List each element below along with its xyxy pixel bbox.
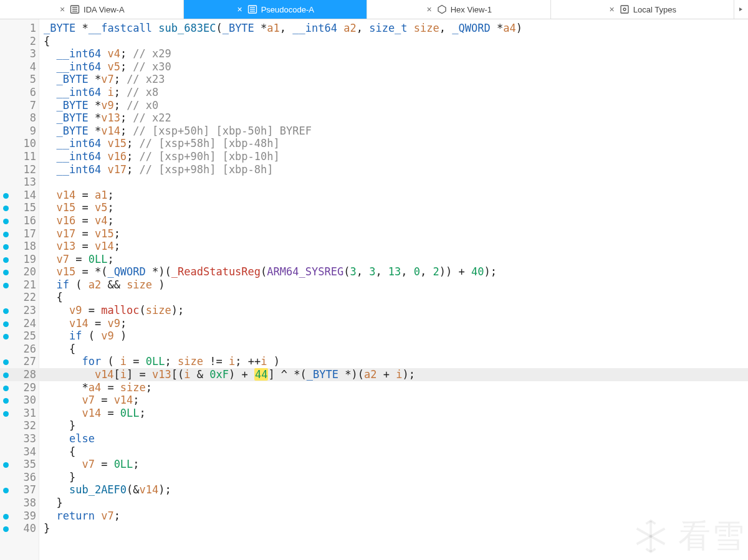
tab-hex-view-1[interactable]: ×Hex View-1: [367, 0, 551, 19]
tab-pseudocode-a[interactable]: ×Pseudocode-A: [184, 0, 368, 19]
code-line[interactable]: 21 if ( a2 && size ): [0, 278, 748, 292]
code-text[interactable]: __int64 v5; // x30: [40, 60, 748, 74]
code-line[interactable]: 29 *a4 = size;: [0, 381, 748, 394]
breakpoint-gutter[interactable]: [0, 265, 11, 278]
breakpoint-gutter[interactable]: [0, 522, 11, 535]
code-text[interactable]: sub_2AEF0(&v14);: [40, 483, 748, 496]
code-line[interactable]: 8 _BYTE *v13; // x22: [0, 112, 748, 125]
tab-local-types[interactable]: ×Local Types: [551, 0, 735, 19]
code-line[interactable]: 34 {: [0, 445, 748, 458]
code-line[interactable]: 39 return v7;: [0, 510, 748, 523]
breakpoint-gutter[interactable]: [0, 458, 11, 471]
code-line[interactable]: 33 else: [0, 432, 748, 445]
code-line[interactable]: 15 v15 = v5;: [0, 201, 748, 214]
code-line[interactable]: 13: [0, 176, 748, 189]
code-line[interactable]: 23 v9 = malloc(size);: [0, 304, 748, 317]
code-text[interactable]: _BYTE *v13; // x22: [40, 112, 748, 125]
breakpoint-gutter[interactable]: [0, 355, 11, 368]
code-line[interactable]: 2{: [0, 35, 748, 48]
code-text[interactable]: if ( a2 && size ): [40, 278, 748, 292]
code-line[interactable]: 5 _BYTE *v7; // x23: [0, 73, 748, 86]
code-line[interactable]: 19 v7 = 0LL;: [0, 253, 748, 266]
close-icon[interactable]: ×: [59, 5, 66, 14]
code-text[interactable]: return v7;: [40, 510, 748, 523]
code-line[interactable]: 40}: [0, 522, 748, 535]
code-line[interactable]: 38 }: [0, 496, 748, 510]
code-line[interactable]: 32 }: [0, 419, 748, 432]
code-text[interactable]: }: [40, 471, 748, 484]
breakpoint-gutter[interactable]: [0, 214, 11, 227]
code-line[interactable]: 35 v7 = 0LL;: [0, 458, 748, 471]
code-text[interactable]: __int64 v15; // [xsp+58h] [xbp-48h]: [40, 137, 748, 150]
code-text[interactable]: else: [40, 432, 748, 445]
breakpoint-gutter[interactable]: [0, 189, 11, 202]
code-line[interactable]: 20 v15 = *(_QWORD *)(_ReadStatusReg(ARM6…: [0, 265, 748, 278]
code-line[interactable]: 11 __int64 v16; // [xsp+90h] [xbp-10h]: [0, 150, 748, 163]
code-text[interactable]: for ( i = 0LL; size != i; ++i ): [40, 355, 748, 368]
breakpoint-gutter[interactable]: [0, 381, 11, 394]
breakpoint-gutter[interactable]: [0, 330, 11, 343]
breakpoint-gutter[interactable]: [0, 317, 11, 330]
code-line[interactable]: 17 v17 = v15;: [0, 227, 748, 240]
code-text[interactable]: __int64 v4; // x29: [40, 47, 748, 60]
code-line[interactable]: 6 __int64 i; // x8: [0, 86, 748, 99]
breakpoint-gutter[interactable]: [0, 407, 11, 420]
code-line[interactable]: 36 }: [0, 471, 748, 484]
code-text[interactable]: v14 = 0LL;: [40, 407, 748, 420]
pseudocode-editor[interactable]: 1_BYTE *__fastcall sub_683EC(_BYTE *a1, …: [0, 19, 748, 560]
code-text[interactable]: v13 = v14;: [40, 240, 748, 253]
code-text[interactable]: v7 = 0LL;: [40, 253, 748, 266]
code-text[interactable]: if ( v9 ): [40, 330, 748, 343]
code-line[interactable]: 4 __int64 v5; // x30: [0, 60, 748, 74]
breakpoint-gutter[interactable]: [0, 278, 11, 292]
code-text[interactable]: v14 = v9;: [40, 317, 748, 330]
breakpoint-gutter[interactable]: [0, 483, 11, 496]
code-line[interactable]: 16 v16 = v4;: [0, 214, 748, 227]
code-text[interactable]: *a4 = size;: [40, 381, 748, 394]
tab-ida-view-a[interactable]: ×IDA View-A: [0, 0, 184, 19]
breakpoint-gutter[interactable]: [0, 227, 11, 240]
code-line[interactable]: 10 __int64 v15; // [xsp+58h] [xbp-48h]: [0, 137, 748, 150]
code-line[interactable]: 24 v14 = v9;: [0, 317, 748, 330]
code-text[interactable]: v17 = v15;: [40, 227, 748, 240]
code-line[interactable]: 14 v14 = a1;: [0, 189, 748, 202]
breakpoint-gutter[interactable]: [0, 368, 11, 381]
code-text[interactable]: {: [40, 35, 748, 48]
close-icon[interactable]: ×: [608, 5, 616, 14]
code-text[interactable]: v15 = v5;: [40, 201, 748, 214]
code-text[interactable]: _BYTE *v14; // [xsp+50h] [xbp-50h] BYREF: [40, 125, 748, 138]
breakpoint-gutter[interactable]: [0, 394, 11, 407]
code-body[interactable]: 1_BYTE *__fastcall sub_683EC(_BYTE *a1, …: [0, 19, 748, 535]
code-text[interactable]: {: [40, 445, 748, 458]
code-text[interactable]: v14[i] = v13[(i & 0xF) + 44] ^ *(_BYTE *…: [40, 368, 748, 381]
code-text[interactable]: }: [40, 522, 748, 535]
breakpoint-gutter[interactable]: [0, 240, 11, 253]
code-line[interactable]: 18 v13 = v14;: [0, 240, 748, 253]
tabs-overflow-button[interactable]: [734, 0, 748, 19]
code-line[interactable]: 28 v14[i] = v13[(i & 0xF) + 44] ^ *(_BYT…: [0, 368, 748, 381]
code-line[interactable]: 31 v14 = 0LL;: [0, 407, 748, 420]
close-icon[interactable]: ×: [426, 5, 433, 14]
code-line[interactable]: 3 __int64 v4; // x29: [0, 47, 748, 60]
code-line[interactable]: 7 _BYTE *v9; // x0: [0, 99, 748, 112]
breakpoint-gutter[interactable]: [0, 253, 11, 266]
breakpoint-gutter[interactable]: [0, 304, 11, 317]
code-text[interactable]: __int64 i; // x8: [40, 86, 748, 99]
code-line[interactable]: 30 v7 = v14;: [0, 394, 748, 407]
code-text[interactable]: {: [40, 343, 748, 356]
breakpoint-gutter[interactable]: [0, 201, 11, 214]
code-line[interactable]: 1_BYTE *__fastcall sub_683EC(_BYTE *a1, …: [0, 22, 748, 35]
code-text[interactable]: v9 = malloc(size);: [40, 304, 748, 317]
code-line[interactable]: 27 for ( i = 0LL; size != i; ++i ): [0, 355, 748, 368]
code-text[interactable]: _BYTE *v7; // x23: [40, 73, 748, 86]
code-text[interactable]: v7 = 0LL;: [40, 458, 748, 471]
code-line[interactable]: 12 __int64 v17; // [xsp+98h] [xbp-8h]: [0, 163, 748, 176]
code-line[interactable]: 25 if ( v9 ): [0, 330, 748, 343]
code-text[interactable]: v16 = v4;: [40, 214, 748, 227]
code-text[interactable]: __int64 v17; // [xsp+98h] [xbp-8h]: [40, 163, 748, 176]
breakpoint-gutter[interactable]: [0, 510, 11, 523]
code-line[interactable]: 9 _BYTE *v14; // [xsp+50h] [xbp-50h] BYR…: [0, 125, 748, 138]
code-text[interactable]: v15 = *(_QWORD *)(_ReadStatusReg(ARM64_S…: [40, 265, 748, 278]
code-text[interactable]: __int64 v16; // [xsp+90h] [xbp-10h]: [40, 150, 748, 163]
code-text[interactable]: {: [40, 291, 748, 304]
